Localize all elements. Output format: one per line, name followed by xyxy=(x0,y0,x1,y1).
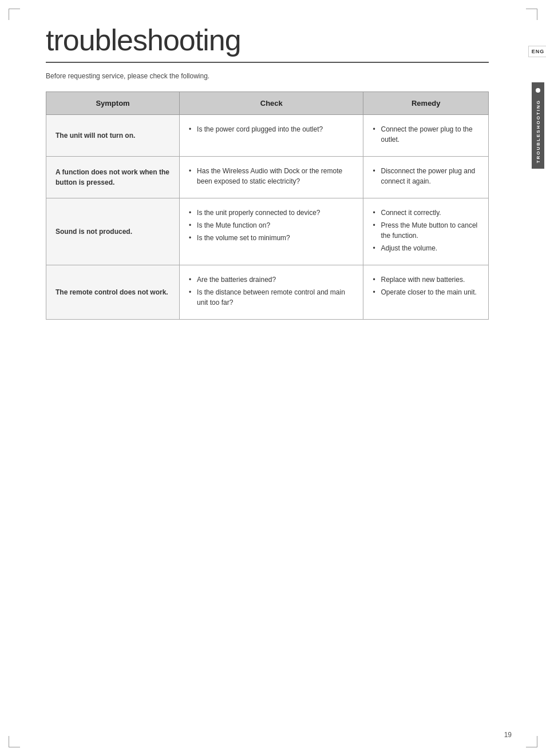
check-item: Has the Wireless Audio with Dock or the … xyxy=(189,166,354,186)
page-subtitle: Before requesting service, please check … xyxy=(46,72,512,80)
side-tab-label: TROUBLESHOOTING xyxy=(536,100,541,163)
side-tab-dot xyxy=(536,88,540,93)
check-cell-3: Are the batteries drained?Is the distanc… xyxy=(180,265,363,320)
remedy-item: Operate closer to the main unit. xyxy=(373,287,479,297)
symptom-cell-1: A function does not work when the button… xyxy=(46,157,180,198)
check-cell-1: Has the Wireless Audio with Dock or the … xyxy=(180,157,363,198)
troubleshooting-table: Symptom Check Remedy The unit will not t… xyxy=(46,91,489,320)
page-number: 19 xyxy=(504,731,512,739)
remedy-item: Connect the power plug to the outlet. xyxy=(373,124,479,145)
header-symptom: Symptom xyxy=(46,92,180,115)
page-container: ENG TROUBLESHOOTING troubleshooting Befo… xyxy=(0,0,546,756)
table-header-row: Symptom Check Remedy xyxy=(46,92,489,115)
remedy-item: Disconnect the power plug and connect it… xyxy=(373,166,479,186)
check-item: Is the volume set to minimum? xyxy=(189,233,354,243)
table-row: The unit will not turn on.Is the power c… xyxy=(46,115,489,157)
remedy-item: Replace with new batteries. xyxy=(373,274,479,285)
check-item: Is the unit properly connected to device… xyxy=(189,208,354,218)
remedy-cell-1: Disconnect the power plug and connect it… xyxy=(363,157,489,198)
check-item: Are the batteries drained? xyxy=(189,274,354,285)
header-remedy: Remedy xyxy=(363,92,489,115)
table-row: Sound is not produced.Is the unit proper… xyxy=(46,198,489,265)
corner-bl xyxy=(9,736,20,747)
page-title: troubleshooting xyxy=(46,23,489,63)
table-row: The remote control does not work.Are the… xyxy=(46,265,489,320)
check-cell-0: Is the power cord plugged into the outle… xyxy=(180,115,363,157)
symptom-cell-0: The unit will not turn on. xyxy=(46,115,180,157)
remedy-cell-2: Connect it correctly.Press the Mute butt… xyxy=(363,198,489,265)
symptom-cell-2: Sound is not produced. xyxy=(46,198,180,265)
side-tab-troubleshooting: TROUBLESHOOTING xyxy=(532,82,544,169)
corner-tl xyxy=(9,9,20,20)
remedy-item: Adjust the volume. xyxy=(373,243,479,253)
check-item: Is the distance between remote control a… xyxy=(189,287,354,308)
side-tab-eng: ENG xyxy=(528,46,546,57)
header-check: Check xyxy=(180,92,363,115)
symptom-cell-3: The remote control does not work. xyxy=(46,265,180,320)
table-row: A function does not work when the button… xyxy=(46,157,489,198)
check-item: Is the Mute function on? xyxy=(189,220,354,230)
remedy-item: Connect it correctly. xyxy=(373,208,479,218)
remedy-cell-3: Replace with new batteries.Operate close… xyxy=(363,265,489,320)
check-cell-2: Is the unit properly connected to device… xyxy=(180,198,363,265)
check-item: Is the power cord plugged into the outle… xyxy=(189,124,354,134)
side-tab: ENG TROUBLESHOOTING xyxy=(530,46,546,169)
remedy-cell-0: Connect the power plug to the outlet. xyxy=(363,115,489,157)
corner-br xyxy=(526,736,537,747)
remedy-item: Press the Mute button to cancel the func… xyxy=(373,220,479,241)
corner-tr xyxy=(526,9,537,20)
